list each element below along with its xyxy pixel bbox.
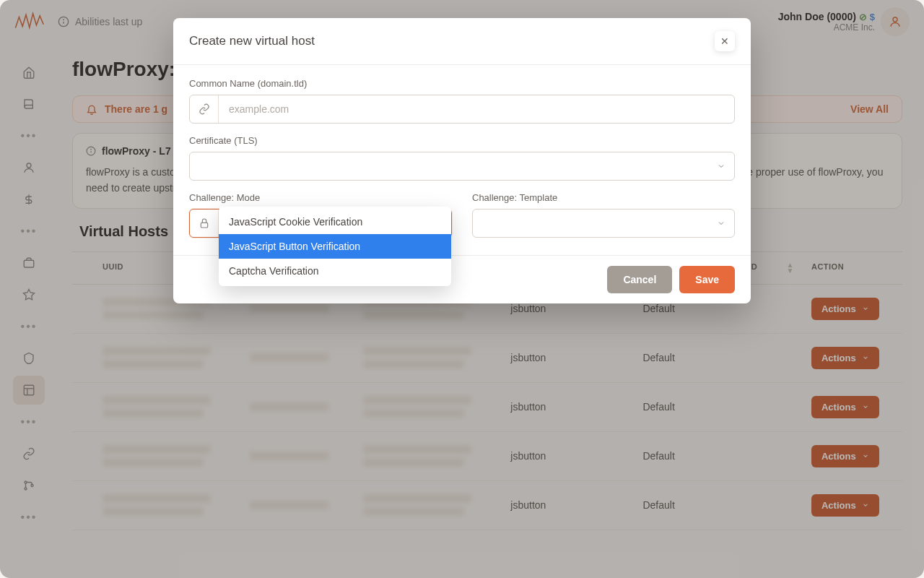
dropdown-option[interactable]: JavaScript Cookie Verification (219, 210, 451, 234)
certificate-select[interactable] (189, 152, 735, 181)
link-icon (190, 95, 219, 123)
certificate-label: Certificate (TLS) (189, 135, 735, 146)
challenge-mode-dropdown: JavaScript Cookie Verification JavaScrip… (219, 207, 451, 286)
modal-title: Create new virtual host (189, 34, 315, 48)
lock-icon (190, 210, 219, 237)
cancel-button[interactable]: Cancel (607, 266, 672, 293)
challenge-template-label: Challenge: Template (472, 192, 735, 203)
modal-close-button[interactable]: ✕ (715, 31, 735, 51)
challenge-template-select[interactable] (472, 209, 735, 238)
challenge-mode-label: Challenge: Mode (189, 192, 452, 203)
svg-rect-15 (201, 223, 207, 228)
chevron-down-icon (717, 162, 725, 171)
dropdown-option[interactable]: Captcha Verification (219, 259, 451, 283)
common-name-input[interactable] (219, 95, 734, 123)
save-button[interactable]: Save (679, 266, 735, 293)
chevron-down-icon (717, 219, 725, 228)
dropdown-option[interactable]: JavaScript Button Verification (219, 234, 451, 259)
common-name-label: Common Name (domain.tld) (189, 78, 735, 89)
